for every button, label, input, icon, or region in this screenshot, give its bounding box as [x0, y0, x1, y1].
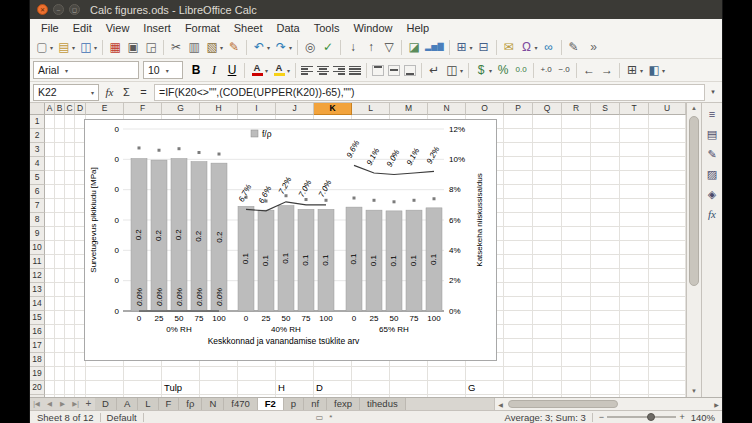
formula-input[interactable]: =IF(K20<>"",(CODE(UPPER(K20))-65),"") — [154, 84, 705, 101]
cell-P11[interactable] — [504, 255, 533, 269]
cell-A18[interactable] — [45, 353, 55, 367]
row-header-16[interactable]: 16 — [30, 325, 45, 339]
cell-P13[interactable] — [504, 283, 533, 297]
cell-C2[interactable] — [65, 129, 75, 143]
cell-K20[interactable]: D — [314, 381, 352, 395]
selection-stats[interactable]: Average: 3; Sum: 3 — [505, 412, 586, 423]
cell-U14[interactable] — [649, 297, 686, 311]
format-as-currency-dropdown-icon[interactable]: ▾ — [489, 67, 492, 74]
column-header-R[interactable]: R — [562, 103, 591, 115]
zoom-track[interactable] — [607, 416, 676, 418]
cell-C4[interactable] — [65, 157, 75, 171]
cell-S8[interactable] — [591, 213, 620, 227]
cell-A3[interactable] — [45, 143, 55, 157]
cell-B8[interactable] — [55, 213, 65, 227]
cell-B6[interactable] — [55, 185, 65, 199]
format-as-number-button[interactable]: 0.0 — [512, 60, 530, 80]
cell-J19[interactable] — [276, 367, 314, 381]
justified-button[interactable] — [347, 60, 363, 80]
font-color-dropdown-icon[interactable]: ▾ — [265, 67, 268, 74]
center-vertically-button[interactable] — [386, 60, 402, 80]
cell-H19[interactable] — [200, 367, 238, 381]
redo-dropdown-icon[interactable]: ▾ — [289, 44, 292, 51]
row-header-17[interactable]: 17 — [30, 339, 45, 353]
cell-Q15[interactable] — [533, 311, 562, 325]
menu-help[interactable]: Help — [400, 21, 437, 35]
cell-I21[interactable] — [238, 395, 276, 397]
toolbar-overflow-button[interactable]: » — [585, 37, 603, 57]
cell-R19[interactable] — [562, 367, 591, 381]
cell-T15[interactable] — [620, 311, 649, 325]
row-header-7[interactable]: 7 — [30, 199, 45, 213]
align-bottom-button[interactable] — [402, 60, 418, 80]
show-draw-functions-button[interactable]: ✎ — [565, 37, 583, 57]
cell-Q9[interactable] — [533, 227, 562, 241]
cell-Q3[interactable] — [533, 143, 562, 157]
cell-B13[interactable] — [55, 283, 65, 297]
sheet-tab-fρ[interactable]: fρ — [179, 398, 202, 410]
undo-dropdown-icon[interactable]: ▾ — [267, 44, 270, 51]
sheet-tab-p[interactable]: p — [284, 398, 304, 410]
cell-K21[interactable] — [314, 395, 352, 397]
cell-R4[interactable] — [562, 157, 591, 171]
cell-U20[interactable] — [649, 381, 686, 395]
cell-S21[interactable] — [591, 395, 620, 397]
cell-B7[interactable] — [55, 199, 65, 213]
cell-E20[interactable] — [86, 381, 124, 395]
cut-button[interactable]: ✂ — [167, 37, 185, 57]
cell-R1[interactable] — [562, 115, 591, 129]
split-window-button[interactable]: ⊟ — [475, 37, 493, 57]
cell-B21[interactable] — [55, 395, 65, 397]
insert-special-character-button[interactable]: Ω▾ — [518, 37, 540, 57]
properties-icon[interactable]: ▤ — [704, 126, 721, 143]
scroll-up-icon[interactable]: ▲ — [687, 103, 701, 114]
menu-view[interactable]: View — [99, 21, 137, 35]
insert-comment-button[interactable]: ✉ — [500, 37, 518, 57]
cell-I20[interactable] — [238, 381, 276, 395]
sheet-tab-tihedus[interactable]: tihedus — [360, 398, 406, 410]
sort-descending-button[interactable]: ↑ — [362, 37, 380, 57]
last-sheet-button[interactable]: ▶| — [69, 398, 82, 410]
underline-button[interactable]: U — [223, 60, 241, 80]
cell-Q13[interactable] — [533, 283, 562, 297]
cell-S6[interactable] — [591, 185, 620, 199]
vertical-scrollbar[interactable]: ▲ ▼ — [686, 103, 701, 397]
cell-G21[interactable] — [162, 395, 200, 397]
navigator-icon[interactable]: ◈ — [704, 186, 721, 203]
zoom-out-icon[interactable]: − — [599, 412, 604, 422]
cell-T14[interactable] — [620, 297, 649, 311]
column-header-D[interactable]: D — [75, 103, 86, 115]
cell-Q7[interactable] — [533, 199, 562, 213]
cell-B1[interactable] — [55, 115, 65, 129]
column-header-A[interactable]: A — [45, 103, 55, 115]
cell-N19[interactable] — [428, 367, 466, 381]
cell-Q8[interactable] — [533, 213, 562, 227]
cell-S19[interactable] — [591, 367, 620, 381]
column-header-H[interactable]: H — [200, 103, 238, 115]
cell-U16[interactable] — [649, 325, 686, 339]
background-color-button[interactable]: A▾ — [270, 60, 292, 80]
cell-J20[interactable]: H — [276, 381, 314, 395]
sheet-tab-f470[interactable]: f470 — [224, 398, 258, 410]
cell-T9[interactable] — [620, 227, 649, 241]
cell-Q1[interactable] — [533, 115, 562, 129]
cell-M21[interactable] — [390, 395, 428, 397]
cell-Q21[interactable] — [533, 395, 562, 397]
cell-R10[interactable] — [562, 241, 591, 255]
formula-button[interactable]: = — [135, 86, 152, 98]
cell-R17[interactable] — [562, 339, 591, 353]
new-button[interactable]: ▢▾ — [33, 37, 55, 57]
menu-sheet[interactable]: Sheet — [227, 21, 270, 35]
row-header-2[interactable]: 2 — [30, 129, 45, 143]
cell-A21[interactable] — [45, 395, 55, 397]
row-header-3[interactable]: 3 — [30, 143, 45, 157]
decrease-indent-button[interactable]: ← — [580, 60, 598, 80]
horizontal-scroll-thumb[interactable] — [508, 400, 618, 408]
menu-data[interactable]: Data — [269, 21, 306, 35]
sheet-tab-nf[interactable]: nf — [304, 398, 327, 410]
cell-P20[interactable] — [504, 381, 533, 395]
cell-C19[interactable] — [65, 367, 75, 381]
insert-hyperlink-button[interactable]: ∞ — [540, 37, 558, 57]
cell-B17[interactable] — [55, 339, 65, 353]
conditional-formatting-button[interactable]: ◧▾ — [645, 60, 667, 80]
